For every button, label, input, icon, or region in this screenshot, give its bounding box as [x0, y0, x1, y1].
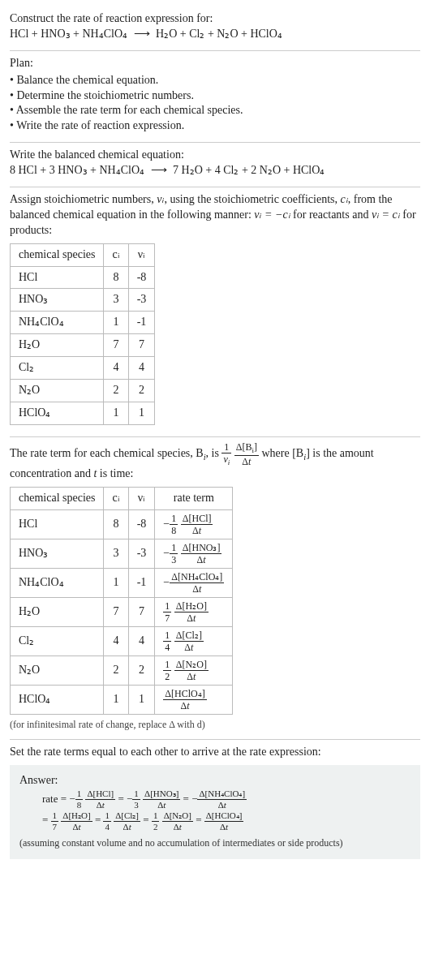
plan-item: Assemble the rate term for each chemical…	[10, 103, 420, 118]
table-row: HNO₃3-3−13 Δ[HNO₃]Δt	[11, 539, 233, 568]
prompt-section: Construct the rate of reaction expressio…	[10, 6, 420, 50]
answer-box: Answer: rate = −18 Δ[HCl]Δt = −13 Δ[HNO₃…	[10, 765, 420, 859]
cell-rate-term: Δ[HClO₄]Δt	[155, 685, 233, 714]
cell-rate-term: 17 Δ[H₂O]Δt	[155, 597, 233, 626]
text: where [B	[262, 447, 304, 459]
cell-ci: 7	[104, 334, 128, 357]
cell-rate-term: −13 Δ[HNO₃]Δt	[155, 539, 233, 568]
col-nui: νᵢ	[128, 488, 155, 510]
cell-ci: 8	[104, 266, 128, 289]
prompt-title: Construct the rate of reaction expressio…	[10, 11, 420, 27]
rateterm-section: The rate term for each chemical species,…	[10, 437, 420, 739]
relation-reactants: νᵢ = −cᵢ	[254, 208, 290, 221]
cell-species: Cl₂	[11, 357, 104, 380]
cell-nui: 1	[128, 685, 155, 714]
plan-list: Balance the chemical equation. Determine…	[10, 73, 420, 135]
text: The rate term for each chemical species,…	[10, 447, 204, 459]
rateterm-note: (for infinitesimal rate of change, repla…	[10, 718, 420, 731]
table-row: Cl₂4414 Δ[Cl₂]Δt	[11, 626, 233, 655]
rateterm-table: chemical species cᵢ νᵢ rate term HCl8-8−…	[10, 487, 233, 715]
cell-ci: 8	[104, 509, 128, 539]
table-row: HCl8-8−18 Δ[HCl]Δt	[11, 509, 233, 539]
table-row: HClO₄11	[11, 402, 155, 424]
final-section: Set the rate terms equal to each other t…	[10, 740, 420, 867]
rate-label: rate	[42, 793, 58, 805]
prompt-equation: HCl + HNO₃ + NH₄ClO₄ ⟶ H₂O + Cl₂ + N₂O +…	[10, 27, 420, 42]
cell-nui: -3	[128, 289, 155, 312]
table-row: HClO₄11Δ[HClO₄]Δt	[11, 685, 233, 714]
table-row: HCl8-8	[11, 266, 155, 289]
plan-item: Balance the chemical equation.	[10, 73, 420, 88]
plan-item: Determine the stoichiometric numbers.	[10, 88, 420, 104]
table-row: H₂O77	[11, 334, 155, 357]
table-row: NH₄ClO₄1-1−Δ[NH₄ClO₄]Δt	[11, 568, 233, 597]
table-row: NH₄ClO₄1-1	[11, 312, 155, 334]
balanced-equation: 8 HCl + 3 HNO₃ + NH₄ClO₄ ⟶ 7 H₂O + 4 Cl₂…	[10, 163, 420, 178]
cell-ci: 4	[104, 357, 128, 380]
cell-species: HNO₃	[11, 539, 104, 568]
arrow-icon: ⟶	[131, 28, 153, 40]
cell-rate-term: 12 Δ[N₂O]Δt	[155, 655, 233, 685]
cell-nui: 4	[128, 357, 155, 380]
col-species: chemical species	[11, 488, 104, 510]
eq-right: H₂O + Cl₂ + N₂O + HClO₄	[156, 28, 282, 40]
cell-nui: -8	[128, 266, 155, 289]
final-heading: Set the rate terms equal to each other t…	[10, 745, 420, 760]
cell-ci: 3	[104, 289, 128, 312]
col-species: chemical species	[11, 243, 104, 266]
table-row: N₂O2212 Δ[N₂O]Δt	[11, 655, 233, 685]
table-row: Cl₂44	[11, 357, 155, 380]
cell-species: HClO₄	[11, 685, 104, 714]
stoich-intro: Assign stoichiometric numbers, νᵢ, using…	[10, 192, 420, 239]
eq-right: 7 H₂O + 4 Cl₂ + 2 N₂O + HClO₄	[173, 164, 325, 176]
cell-rate-term: −18 Δ[HCl]Δt	[155, 509, 233, 539]
balanced-section: Write the balanced chemical equation: 8 …	[10, 143, 420, 187]
col-rate-term: rate term	[155, 488, 233, 510]
cell-species: Cl₂	[11, 626, 104, 655]
table-row: N₂O22	[11, 380, 155, 402]
cell-species: HCl	[11, 509, 104, 539]
plan-section: Plan: Balance the chemical equation. Det…	[10, 51, 420, 142]
cell-ci: 3	[104, 539, 128, 568]
ci-symbol: cᵢ	[341, 193, 348, 205]
rateterm-intro: The rate term for each chemical species,…	[10, 442, 420, 482]
cell-ci: 4	[104, 626, 128, 655]
eq-left: 8 HCl + 3 HNO₃ + NH₄ClO₄	[10, 164, 144, 176]
cell-species: HClO₄	[11, 402, 104, 424]
col-ci: cᵢ	[104, 488, 128, 510]
col-nui: νᵢ	[128, 243, 155, 266]
cell-nui: 1	[128, 402, 155, 424]
cell-ci: 2	[104, 380, 128, 402]
cell-species: HNO₃	[11, 289, 104, 312]
cell-species: NH₄ClO₄	[11, 312, 104, 334]
answer-label: Answer:	[19, 773, 411, 789]
table-row: HNO₃3-3	[11, 289, 155, 312]
text: for reactants and	[290, 208, 372, 221]
plan-heading: Plan:	[10, 56, 420, 71]
cell-ci: 1	[104, 402, 128, 424]
text: , is	[206, 447, 222, 459]
cell-ci: 7	[104, 597, 128, 626]
cell-species: N₂O	[11, 380, 104, 402]
plan-item: Write the rate of reaction expression.	[10, 118, 420, 134]
fraction: 1νi	[221, 442, 231, 466]
rate-expression: rate = −18 Δ[HCl]Δt = −13 Δ[HNO₃]Δt = −Δ…	[42, 789, 411, 832]
arrow-icon: ⟶	[148, 164, 170, 176]
table-row: H₂O7717 Δ[H₂O]Δt	[11, 597, 233, 626]
table-header-row: chemical species cᵢ νᵢ rate term	[11, 488, 233, 510]
text: Assign stoichiometric numbers,	[10, 193, 157, 205]
text: , using the stoichiometric coefficients,	[164, 193, 340, 205]
cell-ci: 1	[104, 312, 128, 334]
cell-nui: -1	[128, 312, 155, 334]
cell-nui: -8	[128, 509, 155, 539]
cell-nui: 2	[128, 655, 155, 685]
cell-rate-term: 14 Δ[Cl₂]Δt	[155, 626, 233, 655]
cell-nui: 2	[128, 380, 155, 402]
answer-note: (assuming constant volume and no accumul…	[19, 836, 411, 849]
relation-products: νᵢ = cᵢ	[372, 208, 400, 221]
text: is time:	[97, 467, 133, 479]
cell-species: H₂O	[11, 597, 104, 626]
cell-species: N₂O	[11, 655, 104, 685]
cell-nui: -3	[128, 539, 155, 568]
cell-nui: 7	[128, 334, 155, 357]
